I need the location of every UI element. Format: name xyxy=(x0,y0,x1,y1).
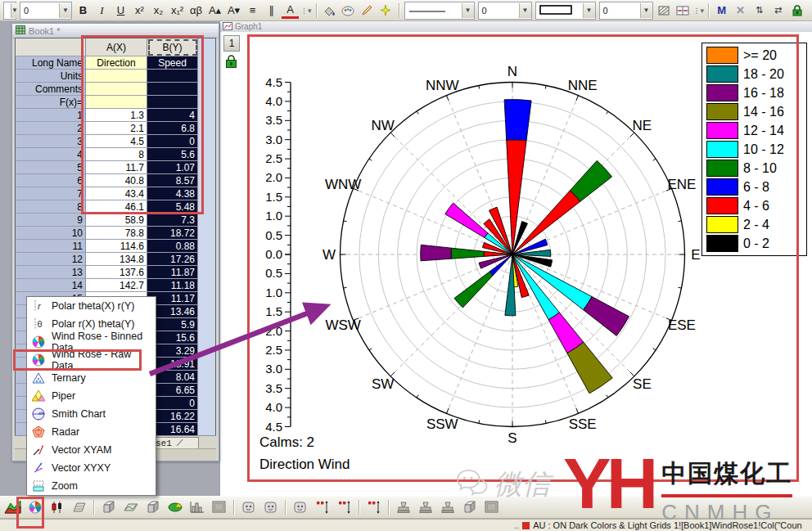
3d-surface-icon[interactable] xyxy=(120,497,141,518)
wind-rose-bar-segment[interactable] xyxy=(570,160,611,201)
line-width-combo[interactable]: 0▼ xyxy=(478,2,532,20)
cell-b-value[interactable]: 11.87 xyxy=(147,266,198,279)
cell-b-value[interactable]: 8.57 xyxy=(147,174,198,187)
border-style-combo[interactable]: ▼ xyxy=(535,2,596,20)
superscript-button[interactable]: x² xyxy=(131,2,148,19)
underline-button[interactable]: U xyxy=(112,2,129,19)
row-label[interactable]: F(x)= xyxy=(16,96,86,109)
vertical-text-icon[interactable]: ∥ xyxy=(263,2,280,19)
row-number[interactable]: 13 xyxy=(16,266,86,279)
wind-rose-bar-segment[interactable] xyxy=(584,297,629,336)
row-label[interactable]: Comments xyxy=(16,83,86,96)
cell-b-value[interactable]: 6.8 xyxy=(147,122,198,135)
corner-cell[interactable] xyxy=(16,38,86,56)
cell-a-value[interactable]: 1.3 xyxy=(86,109,147,122)
cell-b-value[interactable]: 1.07 xyxy=(147,161,198,174)
cell-b-label[interactable] xyxy=(147,83,198,96)
3d-cube-icon[interactable] xyxy=(142,497,163,518)
fill-color-icon[interactable] xyxy=(321,2,338,19)
sheet-tab[interactable]: se1 / xyxy=(152,437,199,449)
wind-rose-bar-segment[interactable] xyxy=(451,248,484,259)
border-width-combo[interactable]: 0▼ xyxy=(599,2,653,20)
merge-cells-icon[interactable] xyxy=(674,2,692,19)
cell-b-value[interactable]: 0.88 xyxy=(147,240,198,253)
3d-bars-icon[interactable] xyxy=(98,497,119,518)
cell-a-label[interactable] xyxy=(86,96,147,109)
cell-a-value[interactable]: 11.7 xyxy=(86,161,147,174)
chart-annotation[interactable]: Calms: 2 Direction Wind xyxy=(259,431,350,475)
menu-item-piper[interactable]: Piper xyxy=(27,387,156,405)
cell-b-value[interactable]: 5.6 xyxy=(147,148,198,161)
toolbar-overflow2-icon[interactable]: ⋮▾ xyxy=(693,2,705,19)
column-header-b[interactable]: B(Y) xyxy=(147,38,198,56)
cell-b-label[interactable] xyxy=(147,70,198,83)
cell-b-value[interactable]: 4.38 xyxy=(147,187,198,200)
merge-m-button[interactable]: M xyxy=(713,2,730,19)
subscript-button[interactable]: x₂ xyxy=(150,2,167,19)
3d-pie-icon[interactable] xyxy=(165,497,185,518)
draw-object1-icon[interactable] xyxy=(393,497,413,518)
cell-b-label[interactable] xyxy=(147,96,198,109)
align-icon[interactable]: ≡ xyxy=(244,2,261,19)
cell-a-value[interactable]: 137.6 xyxy=(86,266,147,279)
row-number[interactable]: 10 xyxy=(16,227,86,240)
cell-b-value[interactable]: 11.18 xyxy=(147,279,198,292)
move-points-h-icon[interactable] xyxy=(334,497,354,518)
image-plot-icon[interactable] xyxy=(209,497,229,518)
draw-object3-icon[interactable] xyxy=(437,497,458,518)
mask-add-icon[interactable] xyxy=(238,497,259,518)
increase-font-button[interactable]: A▴ xyxy=(206,2,223,19)
cell-a-value[interactable]: 8 xyxy=(86,148,147,161)
legend[interactable]: >= 2018 - 2016 - 1814 - 1612 - 1410 - 12… xyxy=(701,43,807,256)
font-size-combo[interactable]: 0▼ xyxy=(20,2,72,20)
cell-b-value[interactable]: 4 xyxy=(147,109,198,122)
greek-button[interactable]: αβ xyxy=(187,2,205,19)
hatch-pattern-icon[interactable] xyxy=(656,2,673,19)
italic-button[interactable]: I xyxy=(93,2,111,19)
font-combo-partial[interactable]: ▼ xyxy=(3,2,16,20)
menu-item-polar-theta-x-r-y-[interactable]: rPolar theta(X) r(Y) xyxy=(27,297,156,315)
wind-rose-bar-segment[interactable] xyxy=(507,140,526,254)
cell-b-value[interactable]: 0 xyxy=(147,135,198,148)
move-points2-icon[interactable] xyxy=(363,497,384,518)
wind-rose-bar-segment[interactable] xyxy=(504,100,531,141)
row-number[interactable]: 2 xyxy=(16,122,86,135)
cell-b-label[interactable]: Speed xyxy=(147,56,198,70)
row-number[interactable]: 1 xyxy=(16,109,86,122)
cell-b-value[interactable]: 7.3 xyxy=(147,214,198,227)
graph-area-icon[interactable] xyxy=(2,497,23,518)
row-number[interactable]: 8 xyxy=(16,200,86,214)
pencil-icon[interactable] xyxy=(359,2,376,19)
toolbar-overflow-icon[interactable]: ⋮▾ xyxy=(300,2,312,19)
menu-item-vector-xyam[interactable]: Vector XYAM xyxy=(27,441,156,459)
cell-a-value[interactable]: 2.1 xyxy=(86,122,147,135)
cell-b-value[interactable]: 18.72 xyxy=(147,227,198,240)
bold-button[interactable]: B xyxy=(74,2,92,19)
adjust-horizontal-icon[interactable]: ⇄ xyxy=(769,2,787,19)
cell-a-value[interactable]: 134.8 xyxy=(86,253,147,266)
move-points-v-icon[interactable] xyxy=(312,497,332,518)
menu-item-radar[interactable]: Radar xyxy=(27,423,156,441)
cell-a-label[interactable]: Direction xyxy=(86,56,147,70)
3d-wall-icon[interactable] xyxy=(69,497,89,518)
histogram-icon[interactable] xyxy=(187,497,207,518)
cell-a-value[interactable]: 142.7 xyxy=(86,279,147,292)
row-number[interactable]: 9 xyxy=(16,214,86,227)
row-number[interactable]: 6 xyxy=(16,174,86,187)
sub-superscript-button[interactable]: x₁² xyxy=(169,2,186,19)
layer-lock-icon[interactable] xyxy=(223,53,238,70)
cell-a-value[interactable]: 40.8 xyxy=(86,174,147,187)
row-number[interactable]: 3 xyxy=(16,135,86,148)
cell-b-value[interactable]: 5.48 xyxy=(147,200,198,214)
row-number[interactable]: 14 xyxy=(16,279,86,292)
column-header-a[interactable]: A(X) xyxy=(86,38,147,56)
menu-item-zoom[interactable]: Zoom xyxy=(27,477,156,495)
remove-x-button[interactable]: ✕ xyxy=(732,2,749,19)
spark-icon[interactable] xyxy=(377,2,395,19)
menu-item-vector-xyxy[interactable]: Vector XYXY xyxy=(27,459,156,477)
adjust-vertical-icon[interactable]: ⇅ xyxy=(751,2,768,19)
graph1-window[interactable]: Graph1 1 4.54.03.53.02.52.01.51.00.50.00… xyxy=(219,20,812,497)
layer-1-button[interactable]: 1 xyxy=(223,35,240,52)
book1-titlebar[interactable]: Book1 * xyxy=(12,24,219,38)
cell-a-value[interactable]: 46.1 xyxy=(86,200,147,214)
